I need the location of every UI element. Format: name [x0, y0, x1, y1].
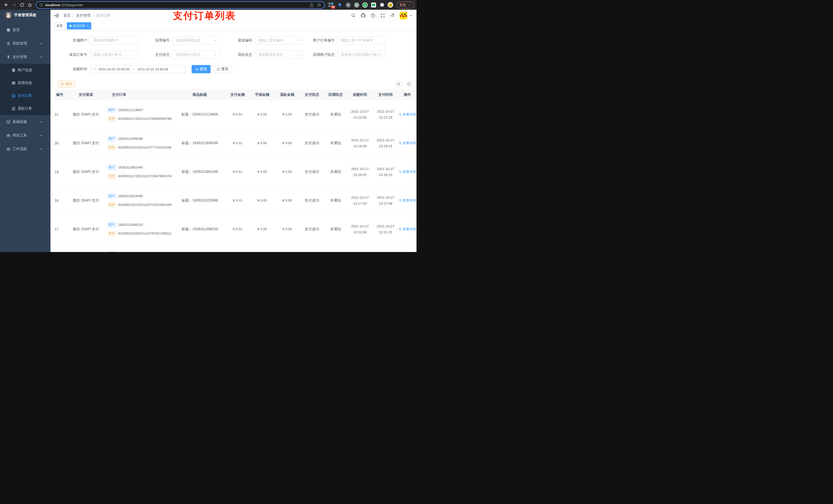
filter-create-time-label: 创建时间: [57, 67, 90, 71]
cell-title: 标题：1635311468233: [174, 227, 225, 232]
merchant-order-line: 商户1635311881440: [107, 165, 143, 170]
cell-id: 19: [54, 170, 65, 174]
extension-y-icon[interactable]: y: [362, 2, 368, 8]
cell-refund: ¥ 0.00: [275, 227, 300, 231]
filter-pay-status-select[interactable]: 请选择支付状态: [173, 51, 220, 59]
breadcrumb-item[interactable]: 支付管理: [76, 13, 90, 18]
cell-title: 标题：1635312124656: [174, 112, 225, 117]
tab-1[interactable]: 支付订单×: [67, 22, 91, 29]
filter-channel-code-label: 渠道编码: [222, 38, 255, 43]
hamburger-icon[interactable]: [54, 13, 59, 18]
cell-action: 查看详情: [398, 141, 416, 145]
dashboard-icon: [6, 28, 10, 32]
cell-created-time: 2021-10-2713:22:05: [347, 109, 373, 120]
document-icon: [11, 106, 16, 111]
github-icon[interactable]: [361, 13, 365, 18]
url-bar[interactable]: localhost:1024/pay/order: [36, 1, 325, 9]
user-avatar[interactable]: [400, 12, 407, 20]
search-button[interactable]: 搜索: [192, 65, 211, 73]
column-header: 商品标题: [174, 93, 225, 97]
reload-icon[interactable]: [19, 2, 25, 8]
view-detail-link[interactable]: 查看详情: [399, 112, 416, 117]
column-header: 回调状态: [324, 93, 347, 97]
breadcrumb-item[interactable]: 首页: [63, 13, 70, 18]
caret-down-icon[interactable]: ▾: [410, 14, 412, 18]
merchant-tag: 商户: [107, 251, 116, 252]
filter-channel-code-select[interactable]: 请输入渠道编码: [255, 37, 303, 45]
sidebar-item-app-info[interactable]: 应用信息: [0, 77, 50, 89]
home-icon[interactable]: [26, 2, 33, 8]
cell-amount: ¥ 0.01: [225, 170, 250, 174]
screen: localhost:1024/pay/order 10 ⌘: [0, 0, 416, 252]
fullscreen-icon[interactable]: [380, 13, 385, 18]
filter-create-time-range[interactable]: 2021-10-01 00:00:00 - 2021-10-31 23:59:5…: [90, 65, 185, 73]
cell-action: 查看详情: [398, 112, 416, 117]
back-icon[interactable]: [3, 2, 9, 8]
refresh-icon: [217, 68, 220, 71]
filter-merchant-input[interactable]: 请选择所属商户: [90, 37, 138, 45]
browser-menu-icon[interactable]: ⋮: [408, 3, 411, 7]
sidebar-item-payment[interactable]: ¥支付管理: [0, 50, 50, 64]
app-logo[interactable]: 芋道管理系统: [0, 10, 50, 21]
sidebar-item-workflow[interactable]: 工作流程: [0, 142, 50, 156]
breadcrumb-separator: /: [73, 14, 74, 18]
filter-notify-status-select[interactable]: 请选择订单回调商户状态: [338, 51, 385, 59]
filter-refund-status-select[interactable]: 请选择退款状态: [255, 51, 303, 59]
extension-tag-manager-icon[interactable]: 10: [328, 2, 334, 8]
sidebar-item-refund-order[interactable]: 退款订单: [0, 102, 50, 115]
yen-circle-icon: [11, 94, 16, 98]
merchant-tag: 商户: [107, 107, 116, 113]
sidebar-item-infrastructure[interactable]: 基础设施: [0, 115, 50, 128]
merchant-order-line: 商户1635311254796: [107, 251, 143, 252]
column-header: 创建时间: [347, 93, 373, 97]
url-text: localhost:1024/pay/order: [45, 3, 83, 7]
tab-0[interactable]: 首页: [54, 22, 65, 29]
gear-icon: [6, 42, 10, 46]
magnifier-icon: [399, 142, 402, 145]
export-button[interactable]: 导出: [57, 80, 75, 88]
filter-merchant-order-no-input[interactable]: 请输入商户订单编号: [338, 37, 385, 45]
sidebar-item-dev-tools[interactable]: 研发工具: [0, 128, 50, 142]
font-size-icon[interactable]: TT: [390, 13, 395, 18]
extension-command-icon[interactable]: ⌘: [345, 2, 351, 8]
view-detail-link[interactable]: 查看详情: [399, 141, 416, 145]
cell-status: 支付成功: [300, 112, 324, 117]
extension-chat-icon[interactable]: [371, 2, 376, 8]
close-icon[interactable]: ×: [87, 24, 89, 28]
search-icon[interactable]: [351, 13, 356, 18]
logo-avatar: [5, 12, 11, 18]
sidebar: 芋道管理系统 首页系统管理¥支付管理商户信息应用信息支付订单退款订单基础设施研发…: [0, 10, 50, 252]
cell-paid-time: 2021-10-2713:22:15: [373, 109, 398, 120]
extension-puzzle-icon[interactable]: [379, 2, 385, 8]
sidebar-item-home[interactable]: 首页: [0, 23, 50, 37]
cell-created-time: 2021-10-2713:19:09: [347, 137, 373, 149]
reset-button[interactable]: 重置: [213, 65, 232, 73]
extension-kite-icon[interactable]: [337, 2, 342, 8]
info-icon[interactable]: [40, 3, 43, 7]
sidebar-item-merchant-info[interactable]: 商户信息: [0, 64, 50, 77]
table-body: 21微信 JSAPI 支付商户1635312124657支付4200001174…: [54, 100, 416, 252]
breadcrumb-separator: /: [93, 14, 94, 18]
sidebar-item-system[interactable]: 系统管理: [0, 37, 50, 50]
search-toggle-button[interactable]: [395, 80, 402, 88]
bookmark-star-icon[interactable]: [317, 3, 321, 7]
view-detail-link[interactable]: 查看详情: [399, 227, 416, 232]
view-detail-link[interactable]: 查看详情: [399, 170, 416, 174]
orders-table: 编号支付渠道支付订单商品标题支付金额手续金额退款金额支付状态回调状态创建时间支付…: [54, 89, 416, 252]
extension-emoji-avatar[interactable]: [387, 2, 393, 8]
sidebar-item-pay-order[interactable]: 支付订单: [0, 89, 50, 102]
filter-app-no-select[interactable]: 请选择应用信息: [173, 37, 220, 45]
help-icon[interactable]: [371, 13, 375, 18]
table-header: 编号支付渠道支付订单商品标题支付金额手续金额退款金额支付状态回调状态创建时间支付…: [54, 89, 416, 100]
share-icon[interactable]: [310, 3, 313, 7]
order-row: 21微信 JSAPI 支付商户1635312124657支付4200001174…: [54, 100, 416, 129]
filter-notify-status-label: 回调商户状态: [305, 52, 338, 57]
browser-update-button[interactable]: 更新 ⋮: [397, 2, 414, 8]
view-detail-link[interactable]: 查看详情: [399, 198, 416, 203]
refresh-button[interactable]: [405, 80, 413, 88]
cell-order-no: 商户1635311949168支付42000011812021102777232…: [106, 136, 174, 150]
filter-merchant-label: 所属商户: [57, 38, 90, 43]
cell-notify-status: 未通知: [324, 198, 347, 203]
filter-channel-order-no-input[interactable]: 请输入渠道订单号: [90, 51, 138, 59]
extension-recorder-icon[interactable]: [354, 2, 359, 8]
